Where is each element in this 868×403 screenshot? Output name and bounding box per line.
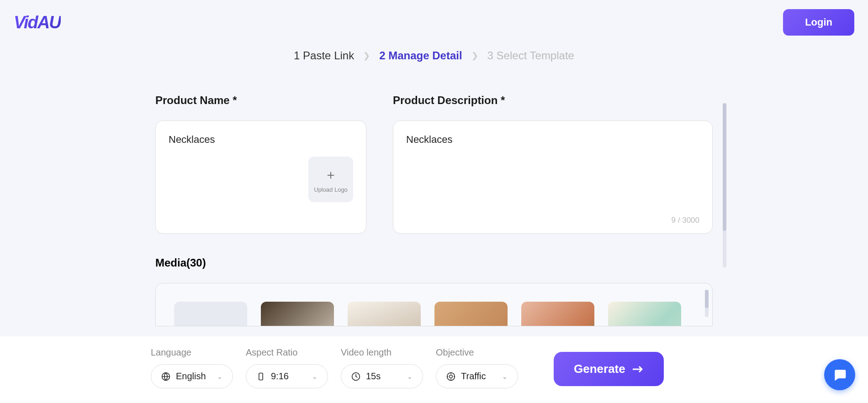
product-name-input[interactable] [169, 134, 353, 146]
logo[interactable]: VidAU [14, 13, 61, 32]
upload-logo-button[interactable]: ＋ Upload Logo [308, 157, 353, 202]
language-label: Language [151, 347, 233, 358]
step-paste-link[interactable]: 1 Paste Link [294, 49, 354, 62]
length-value: 15s [366, 371, 381, 382]
media-thumbnail[interactable] [434, 302, 508, 326]
product-name-box: ＋ Upload Logo [155, 120, 366, 234]
chevron-down-icon: ⌄ [217, 373, 222, 380]
media-thumbnail[interactable] [521, 302, 594, 326]
product-name-label: Product Name * [155, 94, 366, 107]
globe-icon [161, 372, 170, 381]
media-scrollbar-thumb[interactable] [705, 290, 709, 308]
objective-value: Traffic [461, 371, 486, 382]
chevron-down-icon: ⌄ [312, 373, 318, 380]
media-scrollbar[interactable] [705, 290, 709, 317]
length-dropdown[interactable]: 15s ⌄ [341, 364, 423, 388]
upload-media-button[interactable]: ＋ [174, 302, 247, 326]
media-box: ＋ [155, 283, 713, 326]
length-label: Video length [341, 347, 423, 358]
svg-rect-1 [259, 373, 263, 380]
chevron-down-icon: ⌄ [502, 373, 508, 380]
step-select-template: 3 Select Template [487, 49, 574, 62]
objective-label: Objective [436, 347, 518, 358]
chat-button[interactable] [824, 359, 855, 390]
scrollbar[interactable] [723, 103, 726, 267]
upload-logo-label: Upload Logo [314, 186, 348, 193]
arrow-right-icon [632, 365, 644, 373]
svg-point-3 [447, 372, 455, 380]
media-label: Media(30) [155, 256, 713, 269]
product-desc-label: Product Description * [393, 94, 713, 107]
generate-label: Generate [574, 362, 625, 376]
media-thumbnail[interactable] [348, 302, 421, 326]
bottom-bar: Language English ⌄ Aspect Ratio 9:16 ⌄ V… [0, 336, 868, 403]
product-desc-box: 9 / 3000 [393, 120, 713, 234]
char-count: 9 / 3000 [672, 216, 699, 225]
media-thumbnail[interactable] [608, 302, 681, 326]
breadcrumb: 1 Paste Link ❯ 2 Manage Detail ❯ 3 Selec… [0, 49, 868, 62]
language-dropdown[interactable]: English ⌄ [151, 364, 233, 388]
login-button[interactable]: Login [783, 9, 854, 36]
plus-icon: ＋ [324, 166, 337, 183]
svg-point-4 [450, 375, 453, 378]
chat-icon [832, 367, 847, 382]
product-desc-input[interactable] [406, 134, 699, 157]
chevron-down-icon: ⌄ [407, 373, 413, 380]
aspect-value: 9:16 [271, 371, 289, 382]
scrollbar-thumb[interactable] [723, 103, 726, 231]
clock-icon [351, 372, 360, 381]
chevron-right-icon: ❯ [363, 51, 370, 61]
aspect-label: Aspect Ratio [246, 347, 328, 358]
target-icon [446, 372, 455, 381]
step-manage-detail[interactable]: 2 Manage Detail [379, 49, 462, 62]
language-value: English [176, 371, 206, 382]
portrait-icon [256, 372, 265, 381]
objective-dropdown[interactable]: Traffic ⌄ [436, 364, 518, 388]
media-thumbnail[interactable] [261, 302, 334, 326]
chevron-right-icon: ❯ [471, 51, 478, 61]
aspect-dropdown[interactable]: 9:16 ⌄ [246, 364, 328, 388]
generate-button[interactable]: Generate [554, 352, 664, 386]
